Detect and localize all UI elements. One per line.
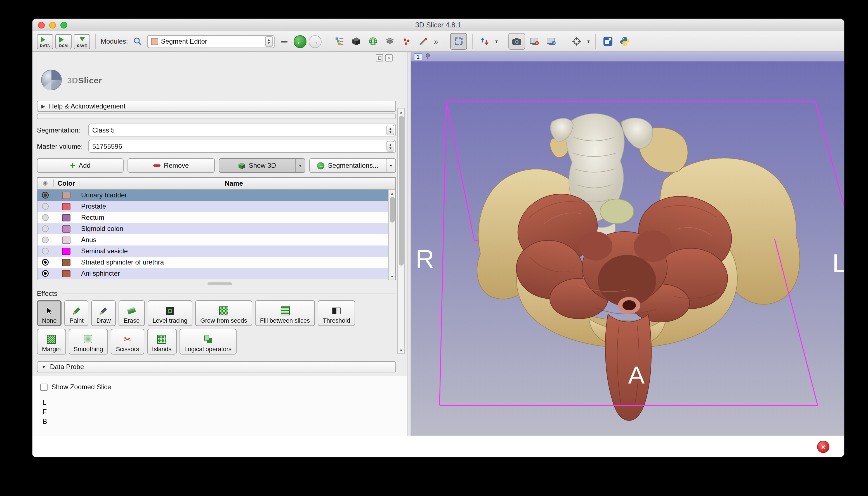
layers-button[interactable] bbox=[382, 33, 397, 50]
table-row[interactable]: Ani sphincter bbox=[37, 268, 396, 279]
table-row[interactable]: Urinary bladder bbox=[37, 189, 396, 201]
segmentation-selector[interactable]: Class 5 ▲▼ bbox=[88, 124, 396, 137]
effect-logical-operators-button[interactable]: Logical operators bbox=[179, 329, 236, 355]
panel-view-splitter[interactable] bbox=[407, 52, 411, 458]
table-row[interactable]: Sigmoid colon bbox=[37, 223, 396, 234]
load-dicom-button[interactable]: DCM bbox=[56, 33, 72, 50]
table-row[interactable]: Seminal vesicle bbox=[37, 246, 396, 257]
module-selector-spinner[interactable]: ▲▼ bbox=[265, 36, 273, 47]
crosshair-button[interactable] bbox=[569, 33, 584, 50]
segmentations-button[interactable]: → Segmentations... ▾ bbox=[309, 158, 396, 173]
visibility-eye-icon[interactable] bbox=[42, 214, 49, 221]
panel-close-icon[interactable]: × bbox=[385, 54, 393, 62]
show-3d-button[interactable]: Show 3D ▾ bbox=[218, 158, 305, 173]
effect-fill-between-slices-button[interactable]: Fill between slices bbox=[255, 300, 315, 326]
visibility-eye-icon[interactable] bbox=[42, 270, 49, 277]
effects-label: Effects bbox=[37, 290, 57, 297]
effect-paint-button[interactable]: Paint bbox=[65, 300, 89, 326]
module-back-button[interactable]: ← bbox=[293, 35, 306, 48]
visibility-eye-icon[interactable] bbox=[42, 259, 49, 266]
remove-segment-button[interactable]: Remove bbox=[128, 158, 215, 173]
data-probe-header[interactable]: ▼ Data Probe bbox=[37, 361, 396, 372]
add-segment-button[interactable]: + Add bbox=[37, 158, 124, 173]
segmentation-selector-spinner[interactable]: ▲▼ bbox=[386, 125, 394, 135]
data-probe-label: Data Probe bbox=[50, 363, 84, 371]
view-pin-icon[interactable] bbox=[424, 53, 431, 60]
3d-view[interactable]: R L A bbox=[411, 62, 844, 436]
markups-button[interactable] bbox=[399, 33, 414, 50]
module-selector[interactable]: Segment Editor ▲▼ bbox=[147, 35, 274, 48]
screenshot-button[interactable] bbox=[508, 33, 525, 50]
effect-erase-button[interactable]: Erase bbox=[119, 300, 145, 326]
help-acknowledgement-header[interactable]: ▶ Help & Acknowledgement bbox=[37, 100, 396, 112]
python-console-button[interactable] bbox=[617, 33, 632, 50]
scroll-down-arrow[interactable]: ▼ bbox=[389, 273, 396, 280]
segment-color-swatch[interactable] bbox=[62, 214, 70, 221]
visibility-eye-icon[interactable] bbox=[42, 248, 49, 254]
panel-splitter-handle[interactable] bbox=[207, 282, 232, 285]
minimize-window-button[interactable] bbox=[49, 22, 56, 29]
effect-none-button[interactable]: None bbox=[37, 300, 62, 326]
module-history-button[interactable] bbox=[277, 33, 291, 50]
scene-view-restore-button[interactable] bbox=[544, 33, 559, 50]
crosshair-dropdown[interactable]: ▾ bbox=[587, 38, 590, 44]
dark-cube-button[interactable] bbox=[349, 33, 363, 50]
segmentations-dropdown[interactable]: ▾ bbox=[386, 159, 396, 172]
effect-level-tracing-button[interactable]: Level tracing bbox=[148, 300, 193, 326]
zoom-window-button[interactable] bbox=[60, 22, 67, 29]
table-row[interactable]: Anus bbox=[37, 234, 396, 246]
close-window-button[interactable] bbox=[38, 22, 45, 29]
panel-undock-icon[interactable] bbox=[376, 54, 383, 62]
scene-view-save-button[interactable] bbox=[527, 33, 542, 50]
module-forward-button[interactable]: → bbox=[308, 35, 321, 48]
show-zoomed-slice-checkbox[interactable] bbox=[40, 383, 48, 391]
sort-arrows-dropdown[interactable]: ▾ bbox=[495, 38, 498, 44]
effect-scissors-button[interactable]: ✂ Scissors bbox=[111, 329, 144, 355]
show-3d-dropdown[interactable]: ▾ bbox=[295, 159, 305, 172]
segment-color-swatch[interactable] bbox=[62, 203, 70, 210]
collapsed-section-strip[interactable] bbox=[37, 113, 396, 119]
titlebar[interactable]: 3D Slicer 4.8.1 bbox=[32, 19, 844, 31]
table-scrollbar-thumb[interactable] bbox=[389, 197, 394, 222]
sort-arrows-button[interactable] bbox=[477, 33, 492, 50]
table-scrollbar[interactable]: ▲ ▼ bbox=[388, 189, 396, 280]
module-search-icon[interactable] bbox=[130, 33, 144, 50]
panel-scrollbar-thumb[interactable] bbox=[399, 116, 404, 266]
table-row[interactable]: Striated sphincter of urethra bbox=[37, 257, 396, 268]
segment-color-swatch[interactable] bbox=[62, 259, 70, 266]
segment-color-swatch[interactable] bbox=[62, 270, 70, 277]
visibility-eye-icon[interactable] bbox=[42, 192, 49, 199]
region-capture-button[interactable] bbox=[450, 33, 467, 50]
segment-color-swatch[interactable] bbox=[62, 191, 70, 199]
table-row[interactable]: Prostate bbox=[37, 201, 396, 212]
panel-scrollbar[interactable]: ▲ ▼ bbox=[397, 108, 405, 354]
load-data-button[interactable]: DATA bbox=[37, 33, 53, 50]
view-controller-bar[interactable]: 1 bbox=[411, 52, 844, 62]
visibility-eye-icon[interactable] bbox=[42, 236, 49, 243]
effect-threshold-button[interactable]: Threshold bbox=[318, 300, 355, 326]
effect-islands-button[interactable]: Islands bbox=[147, 329, 177, 355]
visibility-eye-icon[interactable] bbox=[42, 203, 49, 210]
extensions-button[interactable] bbox=[600, 33, 615, 50]
visibility-eye-icon[interactable] bbox=[42, 226, 49, 232]
scroll-up-arrow[interactable]: ▲ bbox=[389, 189, 396, 196]
layout-tree-button[interactable] bbox=[332, 33, 346, 50]
master-volume-selector[interactable]: 51755596 ▲▼ bbox=[88, 140, 396, 153]
effect-margin-button[interactable]: Margin bbox=[37, 329, 66, 355]
error-log-button[interactable]: × bbox=[817, 440, 830, 453]
save-button[interactable]: SAVE bbox=[74, 33, 90, 50]
scroll-up-arrow[interactable]: ▲ bbox=[398, 108, 404, 115]
effect-draw-button[interactable]: Draw bbox=[91, 300, 116, 326]
master-volume-selector-spinner[interactable]: ▲▼ bbox=[386, 141, 394, 152]
segment-color-swatch[interactable] bbox=[62, 247, 70, 255]
segment-color-swatch[interactable] bbox=[62, 225, 70, 232]
table-row[interactable]: Rectum bbox=[37, 212, 396, 223]
toolbar-overflow-chevron[interactable]: » bbox=[433, 37, 439, 46]
green-sphere-button[interactable] bbox=[366, 33, 380, 50]
effect-smoothing-button[interactable]: Smoothing bbox=[68, 329, 108, 355]
segment-color-swatch[interactable] bbox=[62, 236, 70, 244]
segment-name: Sigmoid colon bbox=[79, 225, 396, 233]
ruler-button[interactable] bbox=[416, 33, 430, 50]
effect-grow-from-seeds-button[interactable]: Grow from seeds bbox=[195, 300, 252, 326]
scroll-down-arrow[interactable]: ▼ bbox=[398, 347, 404, 353]
